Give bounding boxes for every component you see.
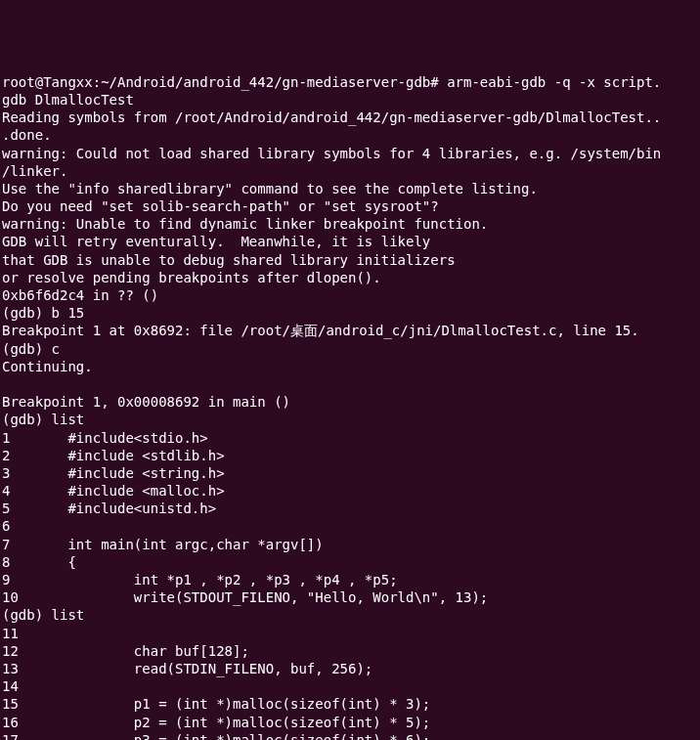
- terminal-line: 7 int main(int argc,char *argv[]): [2, 537, 324, 552]
- terminal-line: 1 #include<stdio.h>: [2, 430, 208, 446]
- terminal-line: warning: Unable to find dynamic linker b…: [2, 216, 488, 232]
- terminal-line: or resolve pending breakpoints after dlo…: [2, 270, 381, 285]
- terminal-line: 3 #include <string.h>: [2, 465, 225, 481]
- terminal-line: 17 p3 = (int *)malloc(sizeof(int) * 6);: [2, 732, 430, 740]
- terminal-line: (gdb) b 15: [2, 305, 84, 321]
- terminal-line: 16 p2 = (int *)malloc(sizeof(int) * 5);: [2, 715, 430, 730]
- terminal-line: Use the "info sharedlibrary" command to …: [2, 181, 538, 196]
- terminal-line: that GDB is unable to debug shared libra…: [2, 252, 456, 268]
- terminal-line: 4 #include <malloc.h>: [2, 483, 225, 499]
- terminal-output[interactable]: root@Tangxx:~/Android/android_442/gn-med…: [2, 73, 698, 740]
- terminal-line: 6: [2, 518, 10, 534]
- terminal-line: gdb DlmallocTest: [2, 92, 134, 108]
- terminal-line: Breakpoint 1 at 0x8692: file /root/桌面/an…: [2, 323, 639, 338]
- terminal-line: Reading symbols from /root/Android/andro…: [2, 109, 661, 125]
- terminal-line: 14: [2, 678, 19, 694]
- terminal-line: /linker.: [2, 163, 67, 179]
- terminal-line: 5 #include<unistd.h>: [2, 501, 216, 516]
- terminal-line: warning: Could not load shared library s…: [2, 146, 661, 161]
- terminal-line: 15 p1 = (int *)malloc(sizeof(int) * 3);: [2, 696, 430, 712]
- terminal-line: 8 {: [2, 554, 76, 570]
- terminal-line: .done.: [2, 127, 52, 143]
- terminal-line: (gdb) list: [2, 412, 84, 427]
- terminal-line: 11: [2, 626, 19, 641]
- terminal-line: 9 int *p1 , *p2 , *p3 , *p4 , *p5;: [2, 572, 398, 588]
- terminal-line: 0xb6f6d2c4 in ?? (): [2, 287, 158, 303]
- terminal-line: root@Tangxx:~/Android/android_442/gn-med…: [2, 74, 661, 90]
- terminal-line: Breakpoint 1, 0x00008692 in main (): [2, 394, 290, 410]
- terminal-line: 2 #include <stdlib.h>: [2, 448, 225, 463]
- terminal-line: 12 char buf[128];: [2, 643, 249, 659]
- terminal-line: 10 write(STDOUT_FILENO, "Hello, World\n"…: [2, 589, 488, 605]
- terminal-line: 13 read(STDIN_FILENO, buf, 256);: [2, 661, 372, 676]
- terminal-line: GDB will retry eventurally. Meanwhile, i…: [2, 234, 430, 249]
- terminal-line: (gdb) list: [2, 607, 84, 623]
- terminal-line: Continuing.: [2, 359, 93, 374]
- terminal-line: Do you need "set solib-search-path" or "…: [2, 198, 439, 214]
- terminal-line: (gdb) c: [2, 341, 60, 357]
